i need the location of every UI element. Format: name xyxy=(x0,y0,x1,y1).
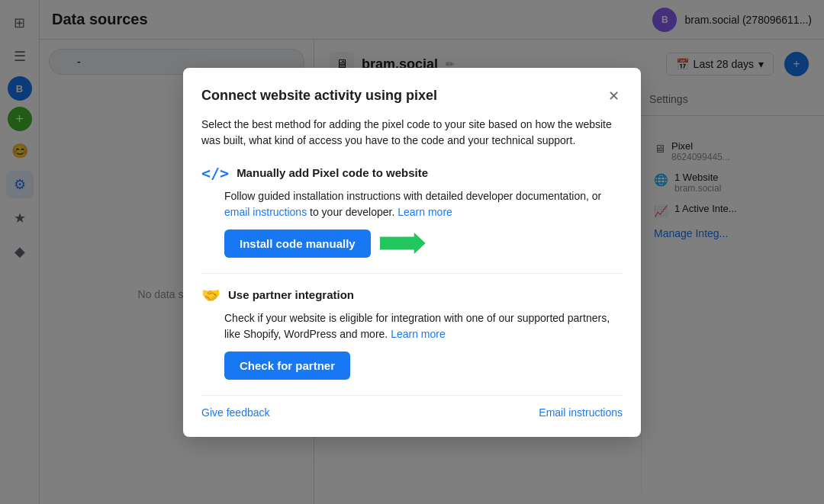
email-instructions-link[interactable]: email instructions xyxy=(224,206,307,218)
partner-method-title: Use partner integration xyxy=(228,288,354,301)
install-manually-button[interactable]: Install code manually xyxy=(224,230,371,258)
modal-header: Connect website activity using pixel ✕ xyxy=(201,86,623,106)
partner-method-section: 🤝 Use partner integration Check if your … xyxy=(201,286,623,380)
partner-method-desc: Check if your website is eligible for in… xyxy=(224,310,623,342)
modal-overlay: Connect website activity using pixel ✕ S… xyxy=(0,0,824,504)
manual-desc-before: Follow guided installation instructions … xyxy=(224,190,601,202)
modal-title: Connect website activity using pixel xyxy=(201,88,437,104)
code-icon: </> xyxy=(201,164,229,182)
manual-desc-after: to your developer. xyxy=(310,206,394,218)
modal: Connect website activity using pixel ✕ S… xyxy=(183,68,641,437)
learn-more-partner-link[interactable]: Learn more xyxy=(391,328,446,340)
email-instructions-footer-link[interactable]: Email instructions xyxy=(539,406,623,419)
modal-description: Select the best method for adding the pi… xyxy=(201,117,623,149)
give-feedback-link[interactable]: Give feedback xyxy=(201,406,270,419)
learn-more-manual-link[interactable]: Learn more xyxy=(398,206,452,218)
partner-title-row: 🤝 Use partner integration xyxy=(201,286,623,304)
install-row: Install code manually xyxy=(224,230,623,258)
check-for-partner-button[interactable]: Check for partner xyxy=(224,352,350,380)
manual-method-section: </> Manually add Pixel code to website F… xyxy=(201,164,623,258)
green-arrow-icon xyxy=(380,233,426,254)
manual-method-title: Manually add Pixel code to website xyxy=(237,166,428,179)
modal-close-button[interactable]: ✕ xyxy=(605,86,623,106)
divider xyxy=(201,273,623,274)
partner-icon: 🤝 xyxy=(201,286,220,304)
manual-method-desc: Follow guided installation instructions … xyxy=(224,188,623,220)
modal-footer: Give feedback Email instructions xyxy=(201,395,623,419)
arrow-indicator xyxy=(380,233,426,254)
manual-title-row: </> Manually add Pixel code to website xyxy=(201,164,623,182)
